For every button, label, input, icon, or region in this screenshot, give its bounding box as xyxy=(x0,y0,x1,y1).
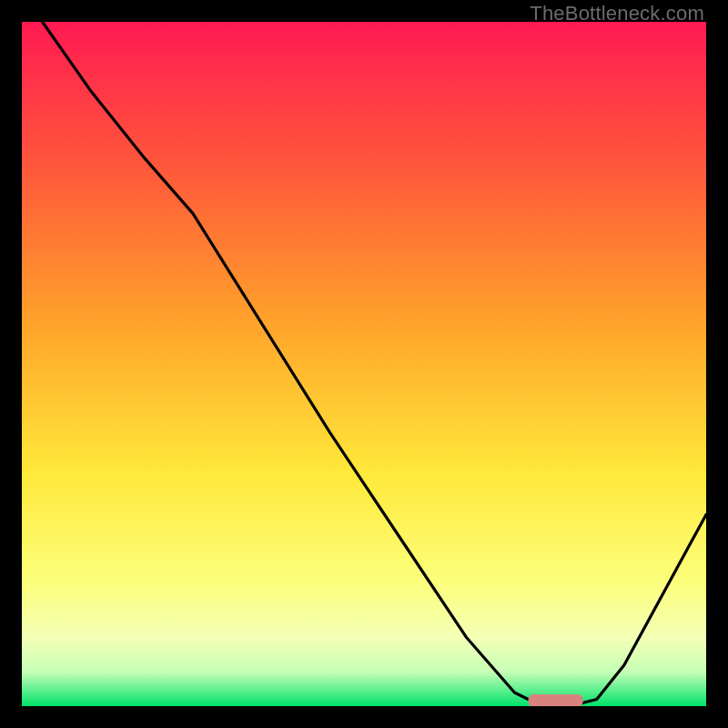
bottleneck-chart xyxy=(22,22,706,706)
chart-frame xyxy=(22,22,706,706)
bottleneck-marker xyxy=(529,694,583,706)
watermark-text: TheBottleneck.com xyxy=(530,2,704,25)
chart-background xyxy=(22,22,706,706)
